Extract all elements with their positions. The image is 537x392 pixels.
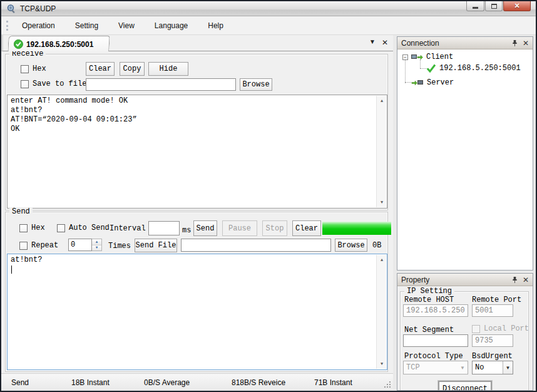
tree-connector (405, 58, 406, 83)
stop-button[interactable]: Stop (262, 220, 287, 236)
tree-item-connection[interactable]: 192.168.5.250:5001 (426, 63, 521, 73)
times-label: Times (108, 242, 131, 250)
client-icon (411, 53, 423, 61)
menu-language[interactable]: Language (148, 19, 194, 33)
close-icon: ✕ (514, 2, 519, 10)
dock-area: Connection ✕ − Client (393, 35, 536, 391)
checkbox-box[interactable] (472, 325, 480, 333)
remote-port-input[interactable] (472, 304, 513, 317)
tab-list-dropdown-icon[interactable]: ▼ (369, 38, 376, 47)
status-average: 0B/S Average (144, 378, 190, 387)
receive-hex-label: Hex (33, 64, 46, 73)
send-button[interactable]: Send (193, 220, 217, 236)
interval-input[interactable] (148, 221, 180, 235)
receive-group: Receive Hex Clear Copy Hide Save to file… (5, 54, 388, 210)
net-segment-input[interactable] (403, 334, 468, 347)
protocol-type-select[interactable]: TCP ▼ (403, 361, 468, 374)
send-progress-bar (322, 222, 391, 235)
scroll-down-icon[interactable]: ▼ (377, 359, 387, 369)
local-port-checkbox[interactable]: Local Port (472, 324, 529, 333)
menu-operation[interactable]: Operation (16, 19, 61, 33)
minimize-button[interactable] (466, 1, 484, 11)
chevron-down-icon: ▼ (503, 361, 513, 374)
send-hex-label: Hex (31, 224, 45, 232)
menu-view[interactable]: View (112, 19, 141, 33)
tab-close-icon[interactable]: ✕ (382, 38, 388, 47)
connection-panel-title: Connection (401, 39, 439, 48)
scroll-down-icon[interactable]: ▼ (377, 197, 387, 207)
tree-item-connection-label: 192.168.5.250:5001 (439, 64, 521, 73)
panel-close-icon[interactable]: ✕ (523, 276, 529, 284)
pin-icon[interactable] (512, 39, 518, 47)
resize-grip[interactable] (384, 381, 391, 388)
text-caret (11, 266, 12, 274)
save-to-file-checkbox[interactable]: Save to file (21, 80, 86, 88)
ip-setting-label: IP Setting (404, 287, 454, 296)
tree-item-server[interactable]: Server (411, 78, 454, 88)
menu-grip-handle[interactable] (6, 21, 8, 31)
remote-host-label: Remote HOST (404, 296, 454, 304)
tree-item-server-label: Server (427, 78, 454, 87)
status-receive-rate: 818B/S Reveice (232, 378, 285, 387)
connection-panel-titlebar: Connection ✕ (397, 37, 533, 49)
send-clear-button[interactable]: Clear (292, 220, 321, 236)
repeat-count-value[interactable]: 0 (68, 239, 92, 251)
app-window: TCP&UDP ✕ Operation Setting View Languag… (0, 0, 537, 392)
stepper-down-icon[interactable]: ▼ (92, 245, 101, 251)
menu-setting[interactable]: Setting (69, 19, 105, 33)
send-file-button[interactable]: Send File (135, 239, 177, 252)
protocol-type-label: Protocol Type (404, 352, 463, 361)
panel-close-icon[interactable]: ✕ (523, 39, 529, 48)
checkbox-box[interactable] (21, 65, 29, 73)
tree-item-client[interactable]: − Client (402, 52, 453, 62)
send-hex-checkbox[interactable]: Hex (19, 224, 45, 232)
checkbox-box[interactable] (57, 224, 65, 232)
stepper-up-icon[interactable]: ▲ (92, 239, 101, 245)
checkbox-box[interactable] (21, 80, 29, 88)
receive-log-pane[interactable]: enter AT! command mode! OK at!bnt? AT!BN… (7, 95, 387, 209)
send-file-path-input[interactable] (181, 239, 331, 252)
tab-connection[interactable]: 192.168.5.250:5001 (8, 36, 110, 51)
window-title: TCP&UDP (20, 4, 56, 13)
status-send: Send (11, 378, 29, 387)
pause-button[interactable]: Pause (222, 220, 257, 236)
menu-bar: Operation Setting View Language Help (1, 16, 536, 35)
menu-help[interactable]: Help (202, 19, 230, 33)
bsd-urgent-select[interactable]: No ▼ (472, 361, 513, 374)
scroll-up-icon[interactable]: ▲ (377, 255, 387, 265)
repeat-count-stepper[interactable]: 0 ▲ ▼ (68, 239, 102, 251)
checkbox-box[interactable] (19, 224, 28, 232)
send-scrollbar[interactable]: ▲ ▼ (376, 255, 386, 369)
remote-host-input[interactable] (403, 304, 468, 317)
pin-icon[interactable] (512, 276, 518, 284)
auto-send-label: Auto Send (69, 224, 110, 232)
receive-hide-button[interactable]: Hide (148, 62, 188, 76)
status-bar: Send 18B Instant 0B/S Average 818B/S Rev… (1, 373, 393, 391)
send-browse-button[interactable]: Browse (335, 239, 367, 252)
receive-hex-checkbox[interactable]: Hex (21, 64, 46, 73)
send-input-text: at!bnt? (11, 255, 42, 265)
window-controls: ✕ (466, 1, 531, 11)
tree-collapse-icon[interactable]: − (402, 54, 408, 60)
save-file-path-input[interactable] (86, 78, 236, 91)
send-input-pane[interactable]: at!bnt? ▲ ▼ (7, 254, 387, 370)
local-port-input[interactable] (472, 334, 513, 347)
bsd-urgent-value: No (473, 363, 503, 372)
receive-clear-button[interactable]: Clear (86, 62, 115, 76)
close-button[interactable]: ✕ (503, 1, 531, 11)
disconnect-button[interactable]: Disconnect (438, 381, 492, 390)
property-panel-title: Property (401, 276, 429, 284)
scroll-up-icon[interactable]: ▲ (377, 96, 387, 106)
property-panel: Property ✕ IP Setting Remote HOST Remote… (397, 273, 533, 391)
receive-copy-button[interactable]: Copy (120, 62, 145, 76)
receive-scrollbar[interactable]: ▲ ▼ (376, 96, 386, 207)
receive-browse-button[interactable]: Browse (240, 78, 272, 91)
title-bar: TCP&UDP ✕ (1, 1, 536, 16)
maximize-button[interactable] (485, 1, 503, 11)
auto-send-checkbox[interactable]: Auto Send (57, 224, 110, 232)
connection-check-icon (426, 64, 436, 73)
net-segment-label: Net Segment (404, 326, 454, 334)
send-group: Send Hex Auto Send Interval ms Send Paus… (5, 212, 388, 372)
repeat-checkbox[interactable]: Repeat (19, 241, 58, 250)
checkbox-box[interactable] (19, 242, 28, 250)
